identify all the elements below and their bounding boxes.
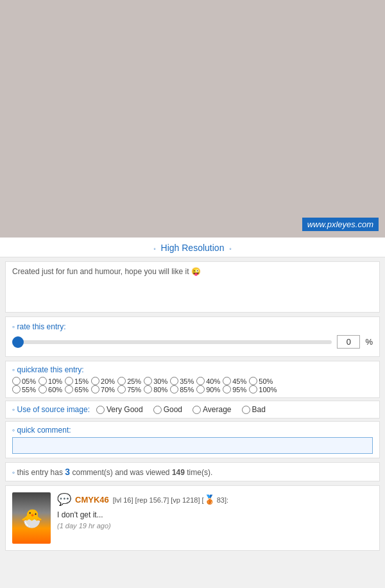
quickrate-option[interactable]: 85% bbox=[170, 385, 194, 393]
quickrate-option[interactable]: 95% bbox=[223, 385, 246, 393]
quickrate-option[interactable]: 10% bbox=[38, 377, 62, 385]
quickrate-option[interactable]: 90% bbox=[196, 385, 220, 393]
quickrate-option[interactable]: 50% bbox=[249, 377, 273, 385]
rate-label: rate this entry: bbox=[12, 322, 373, 331]
source-label: Use of source image: bbox=[12, 405, 90, 414]
comment-count: 3 bbox=[65, 467, 70, 477]
avatar: 🐣 bbox=[12, 492, 51, 544]
quickrate-option[interactable]: 25% bbox=[117, 377, 141, 385]
comment-card: 🐣 💬 CMYK46 [lvl 16] [rep 156.7] [vp 1218… bbox=[5, 485, 380, 551]
source-option[interactable]: Very Good bbox=[96, 405, 143, 414]
view-suffix: time(s). bbox=[187, 468, 212, 477]
description-box: Created just for fun and humour, hope yo… bbox=[5, 261, 380, 313]
source-option[interactable]: Good bbox=[153, 405, 182, 414]
quickrate-option[interactable]: 80% bbox=[144, 385, 167, 393]
entry-stats: this entry has 3 comment(s) and was view… bbox=[5, 462, 380, 481]
rate-slider[interactable] bbox=[12, 340, 332, 344]
quickrate-option[interactable]: 55% bbox=[12, 385, 36, 393]
comment-text: I don't get it... bbox=[57, 510, 373, 519]
high-resolution-link[interactable]: ◦ High Resolution ◦ bbox=[151, 243, 234, 253]
quickrate-row1: 05% 10% 15% 20% 25% 30% 35% 40% 45% 50% bbox=[12, 377, 373, 385]
source-section: Use of source image: Very Good Good Aver… bbox=[5, 401, 380, 419]
high-resolution-label: High Resolution bbox=[161, 243, 225, 253]
view-count: 149 bbox=[172, 468, 185, 477]
bullet-left: ◦ bbox=[153, 245, 156, 252]
medal-icon: 🥉 bbox=[204, 494, 215, 505]
quickrate-option[interactable]: 05% bbox=[12, 377, 36, 385]
watermark: www.pxleyes.com bbox=[302, 218, 379, 231]
stats-prefix: this entry has bbox=[17, 468, 63, 477]
source-option[interactable]: Average bbox=[193, 405, 231, 414]
source-option[interactable]: Bad bbox=[242, 405, 266, 414]
quickrate-section: quickrate this entry: 05% 10% 15% 20% 25… bbox=[5, 361, 380, 398]
rate-value: 0 bbox=[337, 335, 360, 349]
quickrate-option[interactable]: 30% bbox=[144, 377, 167, 385]
username: CMYK46 bbox=[75, 495, 109, 505]
view-prefix: and was viewed bbox=[115, 468, 169, 477]
chat-icon: 💬 bbox=[57, 492, 71, 506]
bullet-right: ◦ bbox=[229, 245, 232, 252]
quickrate-option[interactable]: 100% bbox=[249, 385, 277, 393]
quickrate-option[interactable]: 60% bbox=[38, 385, 62, 393]
comment-body: 💬 CMYK46 [lvl 16] [rep 156.7] [vp 1218] … bbox=[57, 492, 373, 544]
comment-time: (1 day 19 hr ago) bbox=[57, 522, 373, 530]
quick-comment-label: quick comment: bbox=[12, 426, 373, 435]
user-meta: [lvl 16] [rep 156.7] [vp 1218] [🥉 83]: bbox=[113, 494, 228, 505]
quickrate-option[interactable]: 75% bbox=[117, 385, 141, 393]
description-text: Created just for fun and humour, hope yo… bbox=[12, 267, 201, 276]
quick-comment-input[interactable] bbox=[12, 437, 373, 454]
quickrate-option[interactable]: 70% bbox=[91, 385, 115, 393]
comment-header: 💬 CMYK46 [lvl 16] [rep 156.7] [vp 1218] … bbox=[57, 492, 373, 506]
high-resolution-section: ◦ High Resolution ◦ bbox=[0, 238, 385, 257]
percent-label: % bbox=[365, 337, 373, 347]
entry-image: www.pxleyes.com bbox=[0, 0, 385, 238]
quickrate-row2: 55% 60% 65% 70% 75% 80% 85% 90% 95% 100% bbox=[12, 385, 373, 393]
quick-comment-section: quick comment: bbox=[5, 421, 380, 458]
quickrate-label: quickrate this entry: bbox=[12, 365, 373, 374]
quickrate-option[interactable]: 15% bbox=[65, 377, 89, 385]
quickrate-option[interactable]: 20% bbox=[91, 377, 115, 385]
quickrate-option[interactable]: 65% bbox=[65, 385, 89, 393]
quickrate-option[interactable]: 35% bbox=[170, 377, 194, 385]
comment-label: comment(s) bbox=[72, 468, 112, 477]
rate-section: rate this entry: 0 % bbox=[5, 316, 380, 357]
quickrate-option[interactable]: 45% bbox=[223, 377, 246, 385]
quickrate-option[interactable]: 40% bbox=[196, 377, 220, 385]
source-options: Very Good Good Average Bad bbox=[96, 405, 373, 414]
